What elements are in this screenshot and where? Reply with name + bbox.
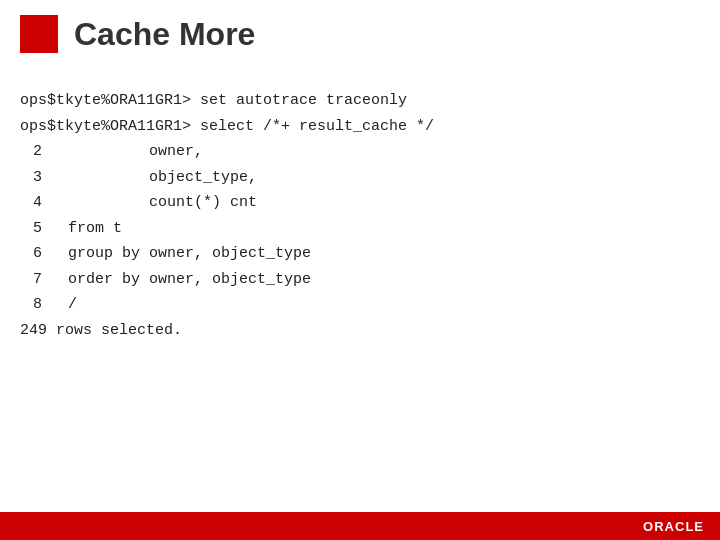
line-content: ops$tkyte%ORA11GR1> set autotrace traceo…	[20, 88, 407, 114]
footer-bar: ORACLE	[0, 512, 720, 540]
page-title: Cache More	[74, 16, 255, 53]
code-line: 7 order by owner, object_type	[20, 267, 700, 293]
line-number: 7	[20, 267, 50, 293]
line-content: owner,	[50, 139, 203, 165]
code-line: 5 from t	[20, 216, 700, 242]
red-square-icon	[20, 15, 58, 53]
line-content: ops$tkyte%ORA11GR1> select /*+ result_ca…	[20, 114, 434, 140]
line-content: group by owner, object_type	[50, 241, 311, 267]
code-line: ops$tkyte%ORA11GR1> select /*+ result_ca…	[20, 114, 700, 140]
line-number: 4	[20, 190, 50, 216]
line-number: 5	[20, 216, 50, 242]
code-line: 8 /	[20, 292, 700, 318]
line-content: object_type,	[50, 165, 257, 191]
header: Cache More	[0, 0, 720, 68]
line-number: 3	[20, 165, 50, 191]
line-number: 8	[20, 292, 50, 318]
line-content: 249 rows selected.	[20, 318, 182, 344]
line-content: count(*) cnt	[50, 190, 257, 216]
oracle-logo: ORACLE	[643, 519, 704, 534]
line-content: /	[50, 292, 77, 318]
code-line: 2 owner,	[20, 139, 700, 165]
line-number: 2	[20, 139, 50, 165]
code-block: ops$tkyte%ORA11GR1> set autotrace traceo…	[20, 88, 700, 343]
code-line: 3 object_type,	[20, 165, 700, 191]
code-content: ops$tkyte%ORA11GR1> set autotrace traceo…	[0, 68, 720, 363]
line-content: order by owner, object_type	[50, 267, 311, 293]
line-number: 6	[20, 241, 50, 267]
code-line: ops$tkyte%ORA11GR1> set autotrace traceo…	[20, 88, 700, 114]
line-content: from t	[50, 216, 122, 242]
code-line: 4 count(*) cnt	[20, 190, 700, 216]
code-line: 6 group by owner, object_type	[20, 241, 700, 267]
code-line: 249 rows selected.	[20, 318, 700, 344]
